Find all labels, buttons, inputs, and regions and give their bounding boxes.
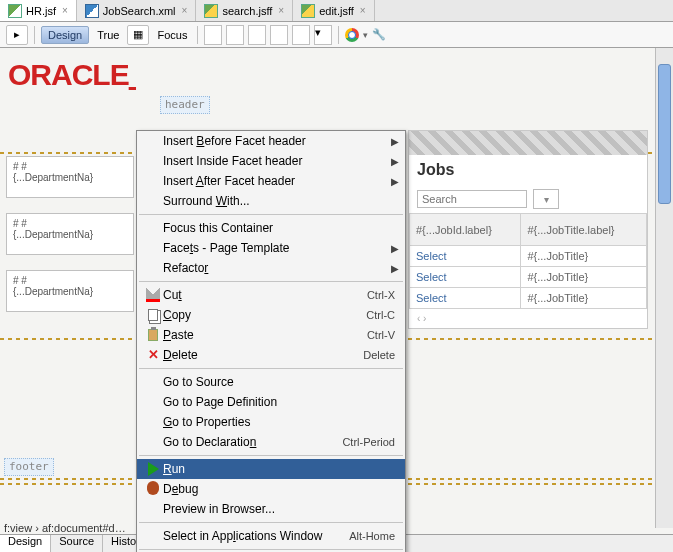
jobs-region: Jobs ▾ #{...JobId.label}#{...JobTitle.la…: [408, 130, 648, 329]
browser-dropdown[interactable]: ▾: [363, 30, 368, 40]
file-icon: [301, 4, 315, 18]
table-pager[interactable]: ‹ ›: [409, 309, 647, 328]
cut-icon: [143, 288, 163, 302]
menu-item[interactable]: Go to DeclarationCtrl-Period: [137, 432, 405, 452]
menu-item[interactable]: Insert Before Facet header▶: [137, 131, 405, 151]
menu-item[interactable]: Surround With...: [137, 191, 405, 211]
vertical-scrollbar[interactable]: [655, 48, 673, 528]
table-row[interactable]: Select#{...JobTitle}: [410, 288, 647, 309]
menu-item[interactable]: Select in Applications WindowAlt-Home: [137, 526, 405, 546]
copy-icon: [143, 309, 163, 321]
menu-item[interactable]: Focus this Container: [137, 218, 405, 238]
del-icon: ✕: [143, 348, 163, 362]
file-icon: [85, 4, 99, 18]
structure-breadcrumb[interactable]: f:view › af:document#d…: [4, 522, 126, 534]
file-icon: [8, 4, 22, 18]
close-icon[interactable]: ×: [360, 5, 366, 16]
menu-item[interactable]: Debug: [137, 479, 405, 499]
search-dropdown[interactable]: ▾: [533, 189, 559, 209]
bug-icon: [143, 483, 163, 495]
menu-item[interactable]: Facets - Page Template▶: [137, 238, 405, 258]
menu-item[interactable]: Refactor▶: [137, 258, 405, 278]
menu-item[interactable]: PasteCtrl-V: [137, 325, 405, 345]
view-focus-button[interactable]: Focus: [153, 27, 191, 43]
menu-item[interactable]: CutCtrl-X: [137, 285, 405, 305]
paste-icon: [143, 329, 163, 341]
device-phone-button[interactable]: [270, 25, 288, 45]
jobs-heading: Jobs: [409, 155, 647, 185]
close-icon[interactable]: ×: [182, 5, 188, 16]
left-card-list: # #{...DepartmentNa}# #{...DepartmentNa}…: [6, 156, 134, 327]
col-jobtitle[interactable]: #{...JobTitle.label}: [521, 214, 647, 246]
editor-tab[interactable]: search.jsff×: [196, 0, 293, 21]
view-design-button[interactable]: Design: [41, 26, 89, 44]
design-canvas[interactable]: ORACLE header # #{...DepartmentNa}# #{..…: [0, 48, 673, 552]
menu-item[interactable]: CopyCtrl-C: [137, 305, 405, 325]
bottom-tab[interactable]: Source: [51, 535, 103, 552]
close-icon[interactable]: ×: [62, 5, 68, 16]
table-row[interactable]: Select#{...JobTitle}: [410, 267, 647, 288]
menu-item[interactable]: Go to Source: [137, 372, 405, 392]
region-drag-header: [409, 131, 647, 155]
footer-facet-placeholder[interactable]: footer: [4, 458, 54, 476]
oracle-logo: ORACLE: [0, 48, 673, 92]
header-facet-placeholder[interactable]: header: [160, 96, 210, 114]
menu-item[interactable]: ✕DeleteDelete: [137, 345, 405, 365]
department-card[interactable]: # #{...DepartmentNa}: [6, 270, 134, 312]
show-hide-panel-button[interactable]: ▸: [6, 25, 28, 45]
focus-icon-button[interactable]: ▦: [127, 25, 149, 45]
menu-item[interactable]: Insert After Facet header▶: [137, 171, 405, 191]
device-tablet-button[interactable]: [226, 25, 244, 45]
device-desktop-button[interactable]: [204, 25, 222, 45]
designer-toolbar: ▸ Design True ▦ Focus ▾ ▾ 🔧: [0, 22, 673, 48]
jobs-table: #{...JobId.label}#{...JobTitle.label}Sel…: [409, 213, 647, 309]
bottom-tab[interactable]: Design: [0, 535, 51, 552]
device-tablet-portrait-button[interactable]: [248, 25, 266, 45]
menu-item[interactable]: Go to Properties: [137, 412, 405, 432]
menu-item[interactable]: Run: [137, 459, 405, 479]
editor-tab[interactable]: HR.jsf×: [0, 0, 77, 21]
editor-tab[interactable]: edit.jsff×: [293, 0, 375, 21]
editor-tab[interactable]: JobSearch.xml×: [77, 0, 197, 21]
menu-item[interactable]: Go to Page Definition: [137, 392, 405, 412]
browser-chrome-icon[interactable]: [345, 28, 359, 42]
department-card[interactable]: # #{...DepartmentNa}: [6, 213, 134, 255]
search-input[interactable]: [417, 190, 527, 208]
table-row[interactable]: Select#{...JobTitle}: [410, 246, 647, 267]
context-menu: Insert Before Facet header▶Insert Inside…: [136, 130, 406, 552]
device-phone-portrait-button[interactable]: [292, 25, 310, 45]
device-more-button[interactable]: ▾: [314, 25, 332, 45]
editor-tab-bar: HR.jsf×JobSearch.xml×search.jsff×edit.js…: [0, 0, 673, 22]
menu-item[interactable]: Preview in Browser...: [137, 499, 405, 519]
file-icon: [204, 4, 218, 18]
close-icon[interactable]: ×: [278, 5, 284, 16]
run-icon: [143, 462, 163, 476]
menu-item[interactable]: Insert Inside Facet header▶: [137, 151, 405, 171]
col-jobid[interactable]: #{...JobId.label}: [410, 214, 521, 246]
view-true-button[interactable]: True: [93, 27, 123, 43]
settings-wrench-icon[interactable]: 🔧: [372, 28, 386, 41]
department-card[interactable]: # #{...DepartmentNa}: [6, 156, 134, 198]
